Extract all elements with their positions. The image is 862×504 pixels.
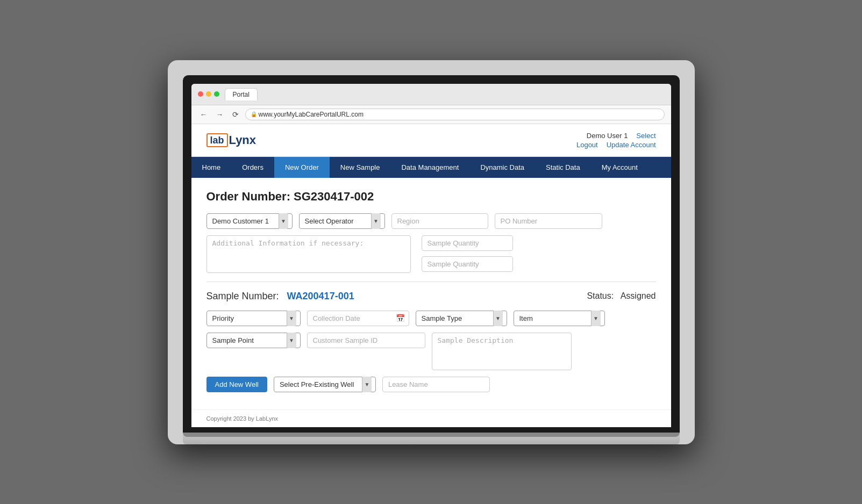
maximize-dot[interactable] <box>214 91 219 97</box>
pre-existing-well-wrap: Select Pre-Existing Well ▼ <box>274 377 376 392</box>
nav-data-management[interactable]: Data Management <box>390 157 469 178</box>
sample-type-dropdown[interactable]: Sample Type <box>416 311 507 326</box>
sample-number-label: Sample Number: WA200417-001 <box>206 291 354 301</box>
operator-dropdown-wrap: Select Operator ▼ <box>299 213 385 229</box>
screen-bezel: Portal ← → ⟳ 🔒 www.yourMyLabCarePortalUR… <box>183 75 680 433</box>
user-top-row: Demo User 1 Select <box>587 132 656 140</box>
copyright-text: Copyright 2023 by LabLynx <box>206 415 279 422</box>
user-name: Demo User 1 <box>587 132 628 140</box>
sample-point-dropdown[interactable]: Sample Point <box>206 333 301 348</box>
window-controls <box>198 91 219 97</box>
browser-tab[interactable]: Portal <box>225 88 258 100</box>
order-row-2 <box>206 235 656 273</box>
collection-date-input[interactable] <box>307 311 409 326</box>
minimize-dot[interactable] <box>206 91 211 97</box>
section-divider <box>206 282 656 282</box>
sample-number-link[interactable]: WA200417-001 <box>287 291 354 301</box>
customer-dropdown-wrap: Demo Customer 1 ▼ <box>206 213 293 229</box>
logo-lynx: Lynx <box>229 133 257 147</box>
sample-header: Sample Number: WA200417-001 Status: Assi… <box>206 291 656 302</box>
laptop-base <box>183 433 680 444</box>
pre-existing-well-dropdown[interactable]: Select Pre-Existing Well <box>274 377 376 392</box>
url-bar-wrap: 🔒 www.yourMyLabCarePortalURL.com <box>245 109 665 120</box>
order-row-1: Demo Customer 1 ▼ Select Operator ▼ <box>206 213 656 229</box>
sample-row-3: Add New Well Select Pre-Existing Well ▼ <box>206 377 656 392</box>
url-display[interactable]: www.yourMyLabCarePortalURL.com <box>245 109 665 120</box>
sample-description-textarea[interactable] <box>432 333 572 370</box>
nav-static-data[interactable]: Static Data <box>535 157 591 178</box>
forward-button[interactable]: → <box>214 109 226 120</box>
collection-date-wrap: 📅 <box>307 311 409 326</box>
add-new-well-button[interactable]: Add New Well <box>206 377 267 392</box>
logo-area: lab Lynx <box>206 133 257 147</box>
logout-link[interactable]: Logout <box>576 141 598 149</box>
sample-number-area: Sample Number: WA200417-001 <box>206 291 354 302</box>
sample-row-2: Sample Point ▼ <box>206 333 656 370</box>
main-nav: Home Orders New Order New Sample Data Ma… <box>191 157 671 178</box>
priority-dropdown[interactable]: Priority <box>206 311 301 326</box>
priority-wrap: Priority ▼ <box>206 311 301 326</box>
operator-dropdown[interactable]: Select Operator <box>299 213 385 229</box>
select-link[interactable]: Select <box>636 132 656 140</box>
order-title: Order Number: SG230417-002 <box>206 190 656 204</box>
lock-icon: 🔒 <box>251 111 257 117</box>
nav-new-order[interactable]: New Order <box>274 157 330 178</box>
update-account-link[interactable]: Update Account <box>607 141 656 149</box>
sample-point-wrap: Sample Point ▼ <box>206 333 301 348</box>
laptop-shell: Portal ← → ⟳ 🔒 www.yourMyLabCarePortalUR… <box>168 60 695 444</box>
sample-qty-1[interactable] <box>422 235 513 251</box>
browser-window: Portal ← → ⟳ 🔒 www.yourMyLabCarePortalUR… <box>191 84 671 427</box>
close-dot[interactable] <box>198 91 203 97</box>
item-dropdown[interactable]: Item <box>514 311 605 326</box>
sample-row-1: Priority ▼ 📅 Sample Type ▼ <box>206 311 656 326</box>
main-area: Order Number: SG230417-002 Demo Customer… <box>191 178 671 409</box>
status-area: Status: Assigned <box>587 291 656 301</box>
browser-chrome: Portal <box>191 84 671 105</box>
logo-box: lab <box>206 133 228 147</box>
nav-orders[interactable]: Orders <box>231 157 274 178</box>
nav-home[interactable]: Home <box>191 157 232 178</box>
nav-new-sample[interactable]: New Sample <box>330 157 391 178</box>
reload-button[interactable]: ⟳ <box>230 109 241 120</box>
page-content: lab Lynx Demo User 1 Select Logout Updat… <box>191 124 671 427</box>
additional-info-textarea[interactable] <box>206 235 411 273</box>
customer-dropdown[interactable]: Demo Customer 1 <box>206 213 293 229</box>
sample-qty-2[interactable] <box>422 256 513 272</box>
site-header: lab Lynx Demo User 1 Select Logout Updat… <box>191 124 671 157</box>
laptop-hinge <box>183 433 680 437</box>
po-input[interactable] <box>495 213 602 229</box>
address-bar-row: ← → ⟳ 🔒 www.yourMyLabCarePortalURL.com <box>191 105 671 124</box>
item-wrap: Item ▼ <box>514 311 605 326</box>
nav-dynamic-data[interactable]: Dynamic Data <box>469 157 535 178</box>
sample-type-wrap: Sample Type ▼ <box>416 311 507 326</box>
user-area: Demo User 1 Select Logout Update Account <box>576 132 656 149</box>
lease-name-input[interactable] <box>382 377 490 392</box>
tab-bar: Portal <box>225 88 665 100</box>
customer-sample-input[interactable] <box>307 333 425 348</box>
page-footer: Copyright 2023 by LabLynx <box>191 409 671 427</box>
nav-my-account[interactable]: My Account <box>591 157 649 178</box>
region-input[interactable] <box>391 213 488 229</box>
user-bottom-row: Logout Update Account <box>576 141 656 149</box>
back-button[interactable]: ← <box>198 109 210 120</box>
